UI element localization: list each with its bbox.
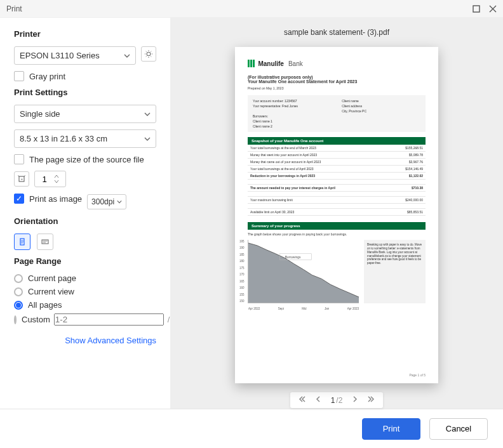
print-options-panel: Printer EPSON L3110 Series Gray print Pr… [0,18,170,409]
page-total: /2 [336,396,342,405]
maximize-icon[interactable] [473,5,480,13]
table-row: Available limit on April 30, 2023$85,853… [248,209,426,216]
gray-print-checkbox[interactable]: Gray print [14,71,156,81]
next-page-button[interactable] [351,395,359,405]
chevron-down-icon [117,199,122,204]
collate-icon: + [17,175,26,183]
gear-icon [144,49,153,58]
advanced-settings-link[interactable]: Show Advanced Settings [14,336,156,345]
duplex-value: Single side [20,109,60,119]
chevron-down-icon [144,136,151,142]
table-row: Your maximum borrowing limit$240,000.00 [248,197,426,204]
printer-select-value: EPSON L3110 Series [20,51,100,60]
collate-button[interactable]: + [14,171,29,187]
radio-all-pages[interactable]: All pages [14,300,156,310]
logo-mark-icon [248,60,255,67]
brand-sub: Bank [288,60,303,67]
page-preview: Manulife Bank (For illustrative purposes… [235,47,438,383]
source-page-size-label: The page size of the source file [29,155,144,164]
preview-filename: sample bank statement- (3).pdf [284,28,389,37]
promo-sidebox: Breaking up with paper is easy to do. Mo… [364,240,426,303]
radio-custom-label: Custom [22,315,50,324]
portrait-icon [18,237,27,246]
representative: Your representative: Fred Jones [253,104,339,108]
chevron-down-icon [144,111,151,117]
duplex-select[interactable]: Single side [14,105,156,123]
copies-stepper[interactable] [34,171,66,187]
client2: Client name 2 [253,124,339,128]
prepared-date: Prepared on May 1, 2023 [248,86,426,90]
dpi-value: 300dpi [91,197,114,206]
prev-page-button[interactable] [314,395,322,405]
print-as-image-label: Print as image [29,194,82,204]
radio-current-view[interactable]: Current view [14,287,156,296]
area-chart-icon: Borrowings [248,240,359,303]
radio-current-page-label: Current page [28,273,76,283]
print-button[interactable]: Print [362,418,420,440]
paginator: 1 /2 [290,392,384,408]
source-page-size-checkbox[interactable]: The page size of the source file [14,154,156,164]
orientation-heading: Orientation [14,216,156,226]
landscape-icon [41,237,50,246]
paper-size-select[interactable]: 8.5 x 13 in 21.6 x 33 cm [14,129,156,148]
chevron-down-icon [124,53,130,59]
copies-input[interactable] [35,175,54,184]
stepper-up-icon[interactable] [54,174,59,179]
custom-range-input[interactable] [54,313,164,326]
borrowers-label: Borrowers: [253,114,339,118]
stepper-down-icon[interactable] [54,179,59,184]
first-page-button[interactable] [298,395,305,405]
table-row: Your total borrowings at the end of Marc… [248,145,426,152]
graph-caption: The graph below shows your progress in p… [248,232,426,236]
radio-current-view-label: Current view [28,287,74,296]
account-number: Your account number: 1234567 [253,99,339,103]
page-footer: Page 1 of 5 [409,373,426,377]
paper-size-value: 8.5 x 13 in 21.6 x 33 cm [20,134,107,143]
page-current: 1 [331,396,335,405]
cancel-button[interactable]: Cancel [429,418,488,440]
client-name-r: Client name [342,99,420,103]
page-range-heading: Page Range [14,256,156,266]
brand-main: Manulife [258,60,284,67]
x-axis-ticks: Apr 2022 Sept Mid Jan Apr 2023 [248,307,359,310]
snapshot-table: Your total borrowings at the end of Marc… [248,145,426,216]
radio-custom[interactable]: Custom /2 ! [14,313,156,326]
titlebar: Print [0,0,503,18]
preview-area: sample bank statement- (3).pdf Manulife … [170,18,503,409]
statement-title: Your Manulife One account Statement for … [248,79,426,84]
brand-logo: Manulife Bank [248,60,426,67]
gray-print-label: Gray print [29,72,65,81]
y-axis-ticks: 195 190 185 180 175 170 165 160 155 150 [239,240,245,303]
printer-select[interactable]: EPSON L3110 Series [14,46,136,65]
bottom-bar: Print Cancel [0,409,503,448]
table-row: The amount needed to pay your interest c… [248,185,426,192]
table-row: Your total borrowings at the end of Apri… [248,166,426,173]
table-row: Money that came out of your account in A… [248,159,426,166]
close-icon[interactable] [489,5,497,13]
table-row: Money that went into your account in Apr… [248,152,426,159]
table-row: Reduction in your borrowings in April 20… [248,173,426,180]
radio-all-pages-label: All pages [28,300,62,310]
city-r: City, Province PC [342,109,420,113]
snapshot-header: Snapshot of your Manulife One account [248,137,426,145]
printer-heading: Printer [14,29,156,39]
svg-rect-0 [473,6,480,12]
print-as-image-checkbox[interactable]: Print as image [14,194,82,204]
printer-properties-button[interactable] [141,46,156,62]
print-settings-heading: Print Settings [14,88,156,97]
illustrative-note: (For illustrative purposes only) [248,75,426,79]
dpi-select[interactable]: 300dpi [87,194,126,209]
radio-current-page[interactable]: Current page [14,273,156,283]
client-addr-r: Client address [342,104,420,108]
client1: Client name 1 [253,119,339,123]
page-indicator: 1 /2 [331,396,343,405]
summary-header: Summary of your progress [248,222,426,230]
orientation-landscape-button[interactable] [37,234,53,250]
orientation-portrait-button[interactable] [14,234,30,250]
last-page-button[interactable] [368,395,375,405]
window-title: Print [6,4,22,13]
svg-text:+: + [21,177,23,181]
svg-rect-5 [42,240,48,244]
svg-text:Borrowings: Borrowings [285,256,301,259]
svg-point-1 [147,52,151,56]
